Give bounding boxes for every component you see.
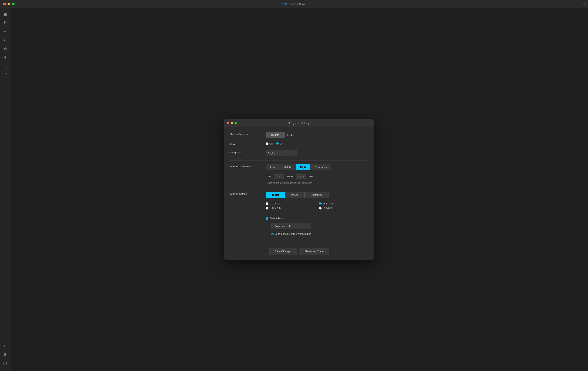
system-version-control: Update 3.0.1.0 xyxy=(266,132,368,138)
divider-1 xyxy=(230,160,368,161)
version-number: 3.0.1.0 xyxy=(286,133,294,136)
startup-tablet-button[interactable]: Tablet xyxy=(266,192,285,198)
sidebar-icon-home-bottom[interactable] xyxy=(1,351,9,358)
settings-icon[interactable]: ⚙ xyxy=(582,2,585,6)
svg-rect-22 xyxy=(6,76,7,76)
auto-mute-row: automatically mute when hiding xyxy=(272,232,311,235)
svg-point-10 xyxy=(6,66,7,67)
svg-rect-0 xyxy=(4,13,5,14)
sidebar xyxy=(0,8,10,371)
sidebar-icon-apps[interactable] xyxy=(1,71,9,79)
sidebar-icon-back[interactable] xyxy=(1,342,9,350)
perf-customize-button[interactable]: Customize xyxy=(310,164,331,170)
res-1920-text: 1920x1080 xyxy=(269,202,282,205)
sidebar-icon-upload[interactable] xyxy=(1,54,9,61)
nox-logo: NOX xyxy=(282,2,287,6)
svg-point-12 xyxy=(5,67,6,68)
startup-phone-button[interactable]: Phone xyxy=(285,192,305,198)
language-select-wrapper: English Chinese Japanese Korean Spanish … xyxy=(266,150,297,156)
dialog-body: System Version Update 3.0.1.0 Root Off O xyxy=(224,127,374,244)
root-off-label[interactable]: Off xyxy=(266,142,273,145)
boss-label xyxy=(230,217,266,218)
svg-rect-14 xyxy=(4,73,4,74)
dialog-close-dot[interactable] xyxy=(227,122,229,124)
root-control: Off On xyxy=(266,142,368,145)
titlebar: NOX Nox App Player ⚙ xyxy=(0,0,588,8)
res-1920-radio[interactable] xyxy=(266,202,268,205)
dialog-titlebar: ⚙ System Settings xyxy=(224,119,374,127)
sidebar-icon-volume[interactable] xyxy=(1,36,9,44)
startup-customize-button[interactable]: Customize xyxy=(305,192,329,198)
language-label: Language xyxy=(230,150,266,154)
close-dot[interactable] xyxy=(3,3,6,5)
update-button[interactable]: Update xyxy=(266,132,285,138)
cpu-ram-spacer xyxy=(230,172,266,173)
cpu-label: CPU xyxy=(266,175,271,178)
dialog-footer: Save Changes Reset and Save xyxy=(224,244,374,260)
boss-key-input[interactable] xyxy=(272,223,311,229)
boss-control: Enable boss automatically mute when hidi… xyxy=(266,217,368,235)
sidebar-icon-grid[interactable] xyxy=(1,62,9,70)
settings-gear-icon: ⚙ xyxy=(288,122,290,125)
perf-middle-button[interactable]: Middle xyxy=(279,164,296,170)
dialog-minimize-dot[interactable] xyxy=(231,122,233,124)
root-off-radio[interactable] xyxy=(266,142,268,145)
root-off-text: Off xyxy=(269,142,273,145)
enable-boss-checkbox[interactable] xyxy=(266,217,268,220)
res-1440-label[interactable]: 1440x900 xyxy=(319,202,368,205)
resolution-grid: 1920x1080 1440x900 1280x720 xyxy=(266,202,368,210)
cpu-input[interactable] xyxy=(274,174,284,179)
language-select[interactable]: English Chinese Japanese Korean Spanish … xyxy=(266,150,297,156)
ram-input[interactable] xyxy=(296,174,306,179)
dialog-window-controls xyxy=(227,122,237,124)
res-1280-radio[interactable] xyxy=(266,207,268,210)
res-800-radio[interactable] xyxy=(319,207,322,210)
system-version-row: System Version Update 3.0.1.0 xyxy=(230,132,368,138)
performance-row: Performance Setting Low Middle High Cust… xyxy=(230,164,368,184)
svg-rect-21 xyxy=(5,76,5,76)
app-title-text: Nox App Player xyxy=(289,3,306,6)
startup-label: Startup Setting xyxy=(230,192,266,195)
sidebar-icon-audio[interactable] xyxy=(1,28,9,35)
sidebar-icon-home[interactable] xyxy=(1,10,9,18)
enable-boss-label[interactable]: Enable boss xyxy=(266,217,284,220)
app-title: NOX Nox App Player xyxy=(282,2,306,6)
auto-mute-checkbox[interactable] xyxy=(272,233,274,235)
svg-rect-3 xyxy=(5,14,7,16)
titlebar-window-controls xyxy=(3,3,15,5)
divider-2 xyxy=(230,188,368,188)
root-row: Root Off On xyxy=(230,142,368,146)
svg-rect-18 xyxy=(5,74,5,75)
system-version-label: System Version xyxy=(230,132,266,136)
svg-point-9 xyxy=(5,66,6,67)
sidebar-bottom xyxy=(1,342,9,367)
svg-rect-15 xyxy=(5,73,5,74)
svg-rect-16 xyxy=(6,73,7,74)
resolution-spacer xyxy=(230,200,266,201)
startup-setting-row: Startup Setting Tablet Phone Customize xyxy=(230,192,368,198)
svg-rect-1 xyxy=(5,13,7,14)
res-1920-label[interactable]: 1920x1080 xyxy=(266,202,315,205)
res-800-label[interactable]: 800x600 xyxy=(319,207,368,210)
auto-mute-text: automatically mute when hiding xyxy=(275,232,311,235)
sidebar-icon-mute[interactable] xyxy=(1,45,9,53)
perf-low-button[interactable]: Low xyxy=(266,164,279,170)
minimize-dot[interactable] xyxy=(8,3,10,5)
sidebar-icon-location[interactable] xyxy=(1,19,9,27)
maximize-dot[interactable] xyxy=(12,3,15,5)
res-1440-radio[interactable] xyxy=(319,202,322,205)
svg-point-6 xyxy=(5,65,6,65)
reset-and-save-button[interactable]: Reset and Save xyxy=(300,248,329,255)
save-changes-button[interactable]: Save Changes xyxy=(269,248,297,255)
perf-high-button[interactable]: High xyxy=(296,164,310,170)
root-on-label[interactable]: On xyxy=(276,142,283,145)
boss-row: Enable boss automatically mute when hidi… xyxy=(230,217,368,235)
svg-point-13 xyxy=(6,67,7,68)
performance-setting-row: Performance Setting Low Middle High Cust… xyxy=(230,164,368,170)
language-control: English Chinese Japanese Korean Spanish … xyxy=(266,150,368,156)
svg-point-5 xyxy=(4,65,4,65)
dialog-maximize-dot[interactable] xyxy=(234,122,237,124)
root-on-radio[interactable] xyxy=(276,142,279,145)
sidebar-icon-recent[interactable] xyxy=(1,359,9,367)
res-1280-label[interactable]: 1280x720 xyxy=(266,207,315,210)
